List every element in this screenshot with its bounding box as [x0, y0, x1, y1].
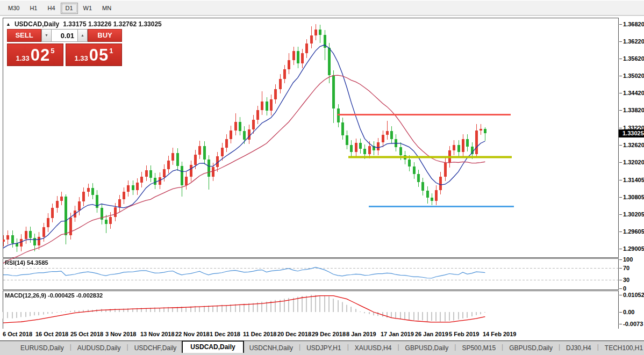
price-axis-label: 1.32020: [623, 159, 644, 166]
sell-price-prefix: 1.33: [16, 54, 29, 62]
axis-tick: [619, 76, 622, 76]
date-axis-label: 26 Jan 2019: [415, 331, 448, 337]
timeframe-button-m30[interactable]: M30: [3, 3, 24, 14]
price-axis-label: 1.33820: [623, 107, 644, 114]
date-axis-label: 6 Oct 2018: [3, 331, 32, 337]
axis-tick: [619, 288, 622, 289]
macd-axis-label: 0.010525: [623, 292, 644, 299]
axis-tick: [619, 93, 622, 93]
chart-title: ▲ USDCAD,Daily 1.33175 1.33226 1.32762 1…: [6, 20, 162, 28]
tab-usdchf-daily[interactable]: USDCHF,Daily: [129, 343, 182, 353]
axis-tick: [619, 295, 622, 295]
axis-tick: [619, 268, 622, 269]
chart-window: ▲ USDCAD,Daily 1.33175 1.33226 1.32762 1…: [3, 18, 642, 340]
buy-price-prefix: 1.33: [74, 54, 88, 62]
axis-tick: [619, 214, 622, 215]
axis-tick: [619, 312, 622, 313]
price-axis-label: 1.33220: [623, 125, 644, 132]
volume-input[interactable]: [52, 29, 77, 42]
buy-price-display[interactable]: 1.33 05 1: [66, 44, 122, 66]
tab-eurusd-daily[interactable]: EURUSD,Daily: [15, 343, 69, 353]
date-axis[interactable]: 6 Oct 201816 Oct 201825 Oct 20183 Nov 20…: [3, 329, 642, 340]
chevron-down-icon: ▼: [45, 33, 48, 37]
tab-audusd-daily[interactable]: AUDUSD,Daily: [72, 343, 126, 353]
axis-tick: [619, 231, 622, 232]
date-axis-label: 17 Jan 2019: [381, 331, 414, 337]
price-axis-label: 1.29005: [623, 245, 644, 252]
sell-price-display[interactable]: 1.33 02 5: [7, 44, 63, 66]
timeframe-toolbar: M30H1H4D1W1MN: [0, 0, 644, 16]
price-axis-label: 1.35620: [623, 55, 644, 62]
date-axis-label: 22 Nov 2018: [175, 331, 210, 337]
buy-price-big-digits: 05: [89, 47, 109, 63]
tab-gbpusd-daily[interactable]: GBPUSD,Daily: [400, 343, 454, 353]
tab-tech100-h1[interactable]: TECH100,H1: [599, 343, 644, 353]
price-axis-label: 1.31405: [623, 177, 644, 184]
price-axis-label: 1.36220: [623, 38, 644, 45]
chevron-up-icon: ▲: [81, 33, 84, 37]
date-axis-label: 11 Dec 2018: [243, 331, 276, 337]
tab-gbpusd-daily[interactable]: GBPUSD,Daily: [504, 343, 558, 353]
rsi-axis-label: 100: [623, 256, 633, 263]
tab-usdcnh-daily[interactable]: USDCNH,Daily: [244, 343, 298, 353]
volume-decrease-button[interactable]: ▼: [41, 29, 52, 42]
tab-xauusd-h4[interactable]: XAUUSD,H4: [349, 343, 397, 353]
buy-button[interactable]: BUY: [88, 29, 122, 42]
axis-tick: [619, 259, 622, 260]
rsi-axis-label: 70: [623, 265, 629, 272]
tab-usdjpy-h1[interactable]: USDJPY,H1: [301, 343, 346, 353]
axis-tick: [619, 180, 622, 180]
sell-price-pip-digit: 5: [51, 47, 54, 55]
axis-tick: [619, 249, 622, 249]
chart-symbol-label: USDCAD,Daily: [15, 20, 59, 28]
sell-price-big-digits: 02: [31, 47, 50, 63]
chart-tabs: EURUSD,Daily|AUDUSD,Daily|USDCHF,DailyUS…: [0, 341, 644, 353]
tab-sp500-m15[interactable]: SP500,M15: [456, 343, 501, 353]
timeframe-button-h4[interactable]: H4: [42, 3, 60, 14]
price-axis-label: 1.36820: [623, 21, 644, 28]
price-axis-label: 1.35020: [623, 73, 644, 79]
collapse-arrow-icon[interactable]: ▲: [6, 21, 11, 27]
axis-tick: [619, 110, 622, 111]
price-axis-label: 1.30205: [623, 211, 644, 218]
date-axis-label: 1 Dec 2018: [210, 331, 240, 337]
macd-axis-label: -0.0073: [623, 321, 643, 328]
axis-tick: [619, 24, 622, 25]
date-axis-label: 13 Nov 2018: [140, 331, 175, 337]
timeframe-button-mn[interactable]: MN: [97, 3, 116, 14]
price-axis-label: 1.34420: [623, 90, 644, 97]
date-axis-label: 5 Feb 2019: [449, 331, 479, 337]
date-axis-label: 8 Jan 2019: [346, 331, 376, 337]
axis-tick: [619, 324, 622, 324]
price-axis-label: 1.30805: [623, 194, 644, 201]
macd-axis-label: 0.00: [623, 309, 634, 316]
macd-indicator-label: MACD(12,26,9) -0.000425 -0.002832: [5, 292, 103, 299]
one-click-trading-panel: SELL ▼ ▲ BUY 1.33 02 5 1.33 05: [7, 29, 122, 66]
rsi-axis-label: 30: [623, 277, 629, 284]
chart-tab-bar: EURUSD,Daily|AUDUSD,Daily|USDCHF,DailyUS…: [0, 340, 644, 355]
price-axis-label: 1.32620: [623, 142, 644, 149]
mt4-window: M30H1H4D1W1MN ▲ USDCAD,Daily 1.33175 1.3…: [0, 0, 644, 355]
chart-ohlc-values: 1.33175 1.33226 1.32762 1.33025: [63, 20, 162, 28]
timeframe-buttons: M30H1H4D1W1MN: [0, 1, 644, 16]
date-axis-label: 14 Feb 2019: [483, 331, 516, 337]
axis-tick: [619, 59, 622, 59]
sell-button[interactable]: SELL: [7, 29, 41, 42]
date-axis-label: 3 Nov 2018: [105, 331, 136, 337]
price-axis[interactable]: 1.33025 1.368201.362201.356201.350201.34…: [619, 18, 644, 329]
axis-tick: [619, 162, 622, 163]
axis-tick: [619, 128, 622, 128]
tab-dj30-h4[interactable]: DJ30,H4: [561, 343, 597, 353]
tab-usdcad-daily[interactable]: USDCAD,Daily: [182, 340, 244, 353]
date-axis-label: 29 Dec 2018: [312, 331, 346, 337]
axis-tick: [619, 280, 622, 280]
axis-tick: [619, 197, 622, 198]
timeframe-button-h1[interactable]: H1: [25, 3, 42, 14]
volume-increase-button[interactable]: ▲: [77, 29, 88, 42]
timeframe-button-w1[interactable]: W1: [78, 3, 97, 14]
axis-tick: [619, 145, 622, 146]
date-axis-label: 16 Oct 2018: [35, 331, 68, 337]
timeframe-button-d1[interactable]: D1: [61, 3, 78, 14]
date-axis-label: 20 Dec 2018: [277, 331, 311, 337]
date-axis-label: 25 Oct 2018: [70, 331, 103, 337]
